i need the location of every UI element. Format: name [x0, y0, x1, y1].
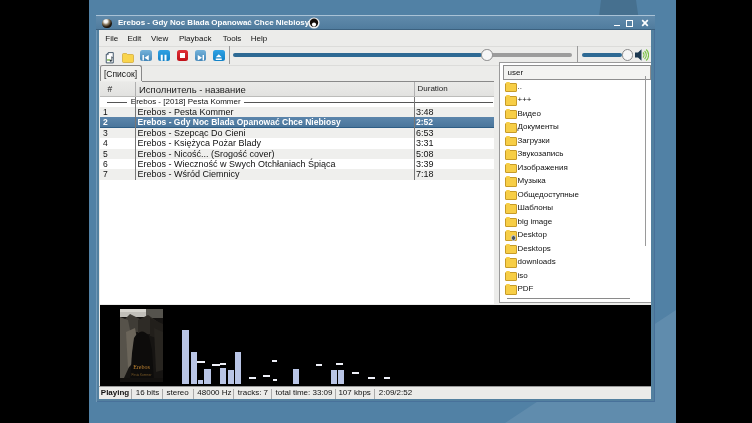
svg-text:Pesta Kommer: Pesta Kommer — [131, 373, 151, 377]
svg-text:Erebos: Erebos — [133, 364, 150, 370]
